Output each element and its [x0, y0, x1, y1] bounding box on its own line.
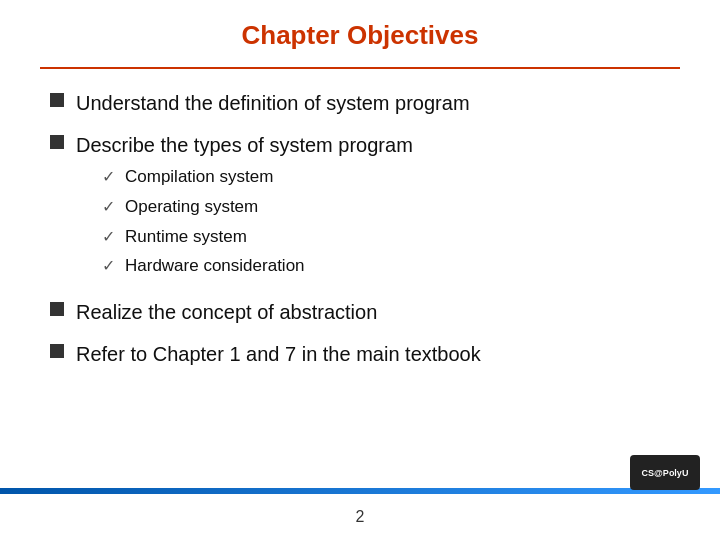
content-area: Understand the definition of system prog…: [40, 89, 680, 368]
sub-text-1: Compilation system: [125, 165, 273, 189]
bullet-item-4: Refer to Chapter 1 and 7 in the main tex…: [50, 340, 670, 368]
sub-text-3: Runtime system: [125, 225, 247, 249]
bullet-text-4: Refer to Chapter 1 and 7 in the main tex…: [76, 340, 481, 368]
slide-title: Chapter Objectives: [40, 20, 680, 59]
page-number: 2: [0, 508, 720, 526]
sub-list: ✓ Compilation system ✓ Operating system …: [102, 165, 670, 278]
title-underline: [40, 67, 680, 69]
check-icon-1: ✓: [102, 167, 115, 186]
sub-text-4: Hardware consideration: [125, 254, 305, 278]
bullet-square-3: [50, 302, 64, 316]
sub-text-2: Operating system: [125, 195, 258, 219]
bullet-item-3: Realize the concept of abstraction: [50, 298, 670, 326]
slide: Chapter Objectives Understand the defini…: [0, 0, 720, 540]
sub-item-2: ✓ Operating system: [102, 195, 670, 219]
logo-text: CS@PolyU: [642, 468, 689, 478]
sub-item-3: ✓ Runtime system: [102, 225, 670, 249]
bullet-item-2: Describe the types of system program ✓ C…: [50, 131, 670, 284]
bullet-square-2: [50, 135, 64, 149]
bullet-square-4: [50, 344, 64, 358]
check-icon-4: ✓: [102, 256, 115, 275]
blue-bar: [0, 488, 720, 494]
bullet-square-1: [50, 93, 64, 107]
check-icon-2: ✓: [102, 197, 115, 216]
logo: CS@PolyU: [630, 455, 700, 490]
bullet-text-2: Describe the types of system program: [76, 131, 670, 159]
bullet-text-1: Understand the definition of system prog…: [76, 89, 470, 117]
sub-item-4: ✓ Hardware consideration: [102, 254, 670, 278]
bullet-item-1: Understand the definition of system prog…: [50, 89, 670, 117]
check-icon-3: ✓: [102, 227, 115, 246]
sub-item-1: ✓ Compilation system: [102, 165, 670, 189]
bullet-text-3: Realize the concept of abstraction: [76, 298, 377, 326]
